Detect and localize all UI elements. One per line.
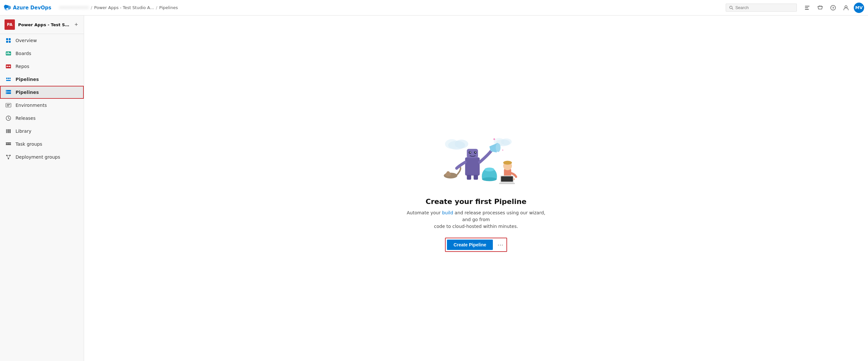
svg-rect-32 (6, 142, 11, 143)
sidebar-item-environments[interactable]: Environments (0, 99, 84, 112)
sidebar-item-deployment-groups[interactable]: Deployment groups (0, 150, 84, 164)
svg-rect-35 (8, 143, 9, 144)
svg-rect-4 (805, 9, 809, 10)
build-link[interactable]: build (442, 210, 453, 215)
svg-point-18 (9, 66, 10, 67)
empty-state-title: Create your first Pipeline (426, 197, 526, 205)
environments-icon (5, 102, 12, 108)
task-groups-label: Task groups (16, 141, 42, 147)
activity-icon-btn[interactable] (802, 3, 812, 13)
svg-line-1 (732, 8, 733, 9)
svg-rect-28 (6, 129, 7, 133)
svg-point-59 (475, 151, 476, 152)
topbar: Azure DevOps •••••••••••• / Power Apps -… (0, 0, 868, 16)
svg-rect-15 (9, 53, 10, 54)
svg-rect-3 (805, 7, 808, 8)
avatar[interactable]: MV (854, 3, 864, 13)
svg-text:?: ? (832, 6, 834, 10)
svg-point-68 (503, 161, 512, 164)
svg-rect-61 (467, 175, 471, 180)
svg-rect-30 (8, 129, 9, 133)
svg-rect-10 (6, 41, 8, 43)
svg-rect-24 (6, 103, 11, 107)
svg-rect-13 (6, 52, 7, 54)
sidebar-item-repos[interactable]: Repos (0, 60, 84, 73)
svg-rect-36 (10, 143, 10, 144)
breadcrumb-org: •••••••••••• (59, 5, 89, 10)
svg-point-17 (6, 66, 8, 67)
azure-devops-logo[interactable]: Azure DevOps (4, 4, 52, 11)
search-input[interactable] (735, 5, 793, 10)
svg-line-41 (7, 156, 8, 159)
svg-rect-11 (9, 41, 11, 43)
svg-rect-31 (10, 129, 11, 133)
svg-point-58 (470, 151, 471, 152)
svg-rect-54 (465, 157, 479, 175)
empty-state: Create your first Pipeline Automate your… (398, 112, 554, 265)
pipelines-label: Pipelines (16, 90, 39, 95)
svg-rect-29 (7, 129, 8, 133)
svg-rect-55 (467, 148, 478, 158)
svg-rect-33 (6, 144, 11, 145)
svg-point-50 (502, 149, 503, 150)
boards-icon (5, 50, 12, 57)
pipelines-icon (5, 89, 12, 95)
sidebar-item-boards[interactable]: Boards (0, 47, 84, 60)
library-label: Library (16, 129, 31, 134)
add-project-button[interactable]: + (73, 21, 79, 29)
library-icon (5, 128, 12, 134)
deployment-groups-icon (5, 154, 12, 160)
breadcrumb-current: Pipelines (159, 5, 178, 10)
pipelines-section-label: Pipelines (16, 77, 39, 82)
svg-point-64 (482, 177, 497, 181)
sidebar-item-pipelines-section[interactable]: Pipelines (0, 73, 84, 86)
search-box[interactable] (726, 4, 797, 12)
deployment-groups-label: Deployment groups (16, 155, 60, 160)
svg-rect-2 (805, 6, 809, 6)
svg-rect-62 (474, 175, 478, 180)
environments-label: Environments (16, 103, 47, 108)
task-groups-icon (5, 141, 12, 147)
breadcrumb-project: Power Apps - Test Studio A... (94, 5, 154, 10)
sidebar-item-library[interactable]: Library (0, 124, 84, 138)
sidebar-item-pipelines[interactable]: Pipelines (0, 86, 84, 99)
create-pipeline-button[interactable]: Create Pipeline (447, 240, 493, 250)
project-header: PA Power Apps - Test Stud... + (0, 16, 84, 34)
svg-point-53 (446, 171, 450, 174)
topbar-actions: ? MV (802, 3, 864, 13)
user-settings-icon-btn[interactable] (841, 3, 851, 13)
svg-rect-8 (6, 38, 8, 40)
svg-point-22 (6, 91, 7, 91)
svg-rect-26 (7, 106, 9, 106)
svg-point-48 (501, 138, 512, 145)
svg-point-49 (494, 138, 495, 140)
svg-point-23 (6, 93, 7, 93)
releases-icon (5, 115, 12, 121)
svg-rect-14 (8, 52, 9, 54)
svg-point-60 (496, 143, 501, 152)
project-name: Power Apps - Test Stud... (18, 22, 70, 27)
more-options-button[interactable]: ⋯ (495, 240, 505, 250)
overview-label: Overview (16, 38, 37, 43)
main-content: Create your first Pipeline Automate your… (84, 16, 868, 361)
svg-line-42 (8, 156, 10, 159)
svg-rect-70 (501, 176, 513, 182)
search-icon (729, 5, 734, 10)
releases-label: Releases (16, 116, 36, 121)
project-avatar: PA (4, 20, 15, 30)
sidebar: PA Power Apps - Test Stud... + Overview (0, 16, 84, 361)
pipelines-section-icon (5, 76, 12, 83)
help-icon-btn[interactable]: ? (828, 3, 838, 13)
repos-label: Repos (16, 64, 29, 69)
sidebar-item-overview[interactable]: Overview (0, 34, 84, 47)
sidebar-item-task-groups[interactable]: Task groups (0, 138, 84, 150)
empty-state-description: Automate your build and release processe… (405, 210, 547, 230)
svg-point-45 (455, 140, 468, 148)
sidebar-item-releases[interactable]: Releases (0, 112, 84, 124)
main-layout: PA Power Apps - Test Stud... + Overview (0, 16, 868, 361)
overview-icon (5, 37, 12, 44)
basket-icon-btn[interactable] (815, 3, 825, 13)
create-pipeline-actions: Create Pipeline ⋯ (445, 238, 507, 252)
pipeline-illustration (428, 125, 525, 190)
svg-rect-71 (499, 183, 515, 184)
